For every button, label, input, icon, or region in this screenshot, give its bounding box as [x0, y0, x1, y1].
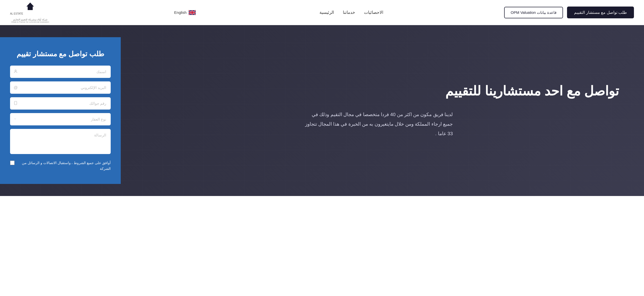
name-input[interactable] [21, 66, 111, 78]
navbar: طلب تواصل مع مستشار التقييم قاعدة بيانات… [0, 0, 644, 25]
name-field-group [10, 66, 111, 78]
person-icon [10, 69, 21, 74]
hero-description: لدينا فريق مكون من اكثر من 40 فردا متخصص… [302, 110, 453, 138]
language-label: English [174, 10, 186, 15]
svg-text:BY OLAAT REAL ESTATE: BY OLAAT REAL ESTATE [10, 12, 23, 15]
nav-links: الاحصائيات خدماتنا الرئيسية [319, 10, 383, 15]
logo: OPM BY OLAAT REAL ESTATE شركة أولات وشري… [10, 2, 50, 23]
navbar-left: طلب تواصل مع مستشار التقييم قاعدة بيانات… [504, 7, 634, 18]
database-button[interactable]: قاعدة بيانات OPM Valuation [504, 7, 563, 18]
nav-stats[interactable]: الاحصائيات [364, 10, 383, 15]
consent-label: أوافق على جميع الشروط ، واستقبال الاتصال… [18, 160, 111, 171]
hero-title: تواصل مع احد مستشارينا للتقييم [136, 83, 619, 100]
svg-marker-1 [26, 3, 34, 7]
message-textarea-wrapper [10, 129, 111, 154]
name-input-wrapper [10, 66, 111, 78]
property-type-group: نوع العقار سكني تجاري صناعي [10, 113, 111, 125]
consent-checkbox[interactable] [10, 161, 15, 165]
property-type-select[interactable]: نوع العقار سكني تجاري صناعي [10, 113, 111, 125]
language-selector[interactable]: English [171, 9, 198, 17]
contact-consultant-button[interactable]: طلب تواصل مع مستشار التقييم [567, 7, 634, 18]
phone-field-group [10, 97, 111, 110]
uk-flag-icon [189, 10, 196, 15]
nav-home[interactable]: الرئيسية [319, 10, 334, 15]
email-icon: @ [10, 85, 21, 90]
svg-rect-2 [28, 7, 33, 10]
email-input[interactable] [21, 81, 111, 94]
form-title: طلب تواصل مع مستشار تقييم [10, 50, 111, 58]
phone-input-wrapper [10, 97, 111, 110]
phone-icon [10, 101, 21, 106]
message-field-group [10, 129, 111, 154]
email-input-wrapper: @ [10, 81, 111, 94]
message-textarea[interactable] [10, 129, 111, 154]
opm-logo-icon: OPM BY OLAAT REAL ESTATE [10, 2, 50, 18]
phone-input[interactable] [21, 97, 111, 110]
svg-point-5 [15, 70, 16, 71]
hero-text-area: تواصل مع احد مستشارينا للتقييم لدينا فري… [121, 63, 644, 159]
hero-content: تواصل مع احد مستشارينا للتقييم لدينا فري… [0, 25, 644, 196]
logo-subtitle1: شركة أولات وشريكة للتقييم التجاري [13, 18, 48, 21]
consent-checkbox-group: أوافق على جميع الشروط ، واستقبال الاتصال… [10, 160, 111, 171]
property-type-wrapper: نوع العقار سكني تجاري صناعي [10, 113, 111, 125]
nav-services[interactable]: خدماتنا [343, 10, 355, 15]
contact-form-panel: طلب تواصل مع مستشار تقييم [0, 37, 121, 184]
email-field-group: @ [10, 81, 111, 94]
logo-subtitle2: Ollaat & Partner for commercial evaluati… [11, 21, 49, 23]
hero-section: تواصل مع احد مستشارينا للتقييم لدينا فري… [0, 25, 644, 196]
